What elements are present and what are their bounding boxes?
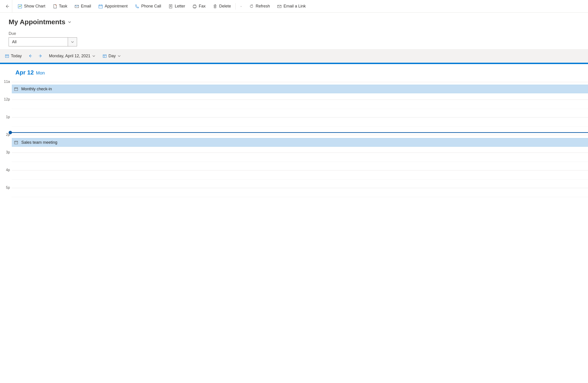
svg-rect-8 <box>15 88 18 91</box>
view-title-text: My Appointments <box>9 18 65 26</box>
svg-rect-7 <box>103 55 106 58</box>
calendar-grid[interactable]: 11a12p1p2p3p4p5pMonthly check-inSales te… <box>0 82 588 206</box>
arrow-right-icon <box>38 54 42 58</box>
phone-icon <box>135 4 139 9</box>
refresh-label: Refresh <box>256 4 270 9</box>
hour-label: 12p <box>0 97 12 117</box>
svg-rect-0 <box>18 4 22 8</box>
calendar-event[interactable]: Sales team meeting <box>12 138 588 147</box>
view-mode-button[interactable]: Day <box>100 51 124 60</box>
current-time-indicator <box>10 132 588 133</box>
refresh-icon <box>249 4 254 9</box>
refresh-button[interactable]: Refresh <box>246 0 273 12</box>
calendar-icon <box>98 4 103 9</box>
hour-label: 2p <box>0 133 12 153</box>
chevron-down-icon <box>71 40 74 43</box>
calendar-toolbar: Today Monday, April 12, 2021 Day <box>0 49 588 63</box>
fax-icon <box>192 4 197 9</box>
hour-label: 11a <box>0 80 12 100</box>
view-mode-label: Day <box>108 54 116 58</box>
task-icon <box>53 4 57 9</box>
chevron-down-icon <box>240 5 242 8</box>
email-label: Email <box>81 4 91 9</box>
due-filter-value: All <box>9 38 68 46</box>
email-icon <box>75 4 79 9</box>
chevron-down-icon <box>68 20 71 24</box>
svg-rect-4 <box>193 6 196 7</box>
today-label: Today <box>11 54 22 58</box>
hour-row[interactable]: 3p <box>0 153 588 170</box>
chart-icon <box>18 4 22 9</box>
chevron-down-icon <box>92 54 95 57</box>
hour-cell[interactable] <box>12 100 588 117</box>
overflow-button[interactable] <box>237 0 245 12</box>
svg-rect-2 <box>99 5 103 8</box>
prev-button[interactable] <box>26 51 35 60</box>
view-header: My Appointments Due All <box>0 13 588 49</box>
appointment-label: Appointment <box>105 4 127 9</box>
calendar-icon <box>14 140 18 144</box>
letter-button[interactable]: Letter <box>165 0 188 12</box>
hour-label: 3p <box>0 150 12 170</box>
trash-icon <box>213 4 217 9</box>
toolbar-divider <box>235 3 236 10</box>
hour-cell[interactable] <box>12 153 588 170</box>
task-label: Task <box>59 4 67 9</box>
chevron-down-icon <box>118 54 121 57</box>
view-title-dropdown[interactable]: My Appointments <box>9 18 71 26</box>
hour-cell[interactable] <box>12 188 588 206</box>
hour-row[interactable]: 12p <box>0 100 588 117</box>
day-header[interactable]: Apr 12 Mon <box>0 64 588 82</box>
hour-label: 4p <box>0 168 12 188</box>
calendar-view-icon <box>103 54 107 58</box>
event-title: Sales team meeting <box>21 140 57 145</box>
letter-label: Letter <box>175 4 185 9</box>
svg-rect-3 <box>169 4 172 8</box>
email-link-label: Email a Link <box>283 4 306 9</box>
task-button[interactable]: Task <box>49 0 70 12</box>
calendar-view: Apr 12 Mon 11a12p1p2p3p4p5pMonthly check… <box>0 63 588 206</box>
delete-button[interactable]: Delete <box>210 0 234 12</box>
email-button[interactable]: Email <box>71 0 94 12</box>
date-picker-button[interactable]: Monday, April 12, 2021 <box>46 51 99 60</box>
today-button[interactable]: Today <box>2 51 25 60</box>
phone-call-label: Phone Call <box>141 4 161 9</box>
fax-label: Fax <box>199 4 206 9</box>
next-button[interactable] <box>36 51 45 60</box>
hour-cell[interactable] <box>12 170 588 188</box>
calendar-today-icon <box>5 54 9 58</box>
due-filter-caret[interactable] <box>68 38 77 46</box>
day-of-week: Mon <box>36 70 45 75</box>
email-link-icon <box>277 4 282 9</box>
fax-button[interactable]: Fax <box>189 0 209 12</box>
email-link-button[interactable]: Email a Link <box>274 0 309 12</box>
due-filter-label: Due <box>9 31 579 36</box>
appointment-button[interactable]: Appointment <box>95 0 131 12</box>
delete-label: Delete <box>219 4 231 9</box>
day-date: Apr 12 <box>15 69 34 76</box>
phone-call-button[interactable]: Phone Call <box>132 0 164 12</box>
hour-label: 5p <box>0 186 12 206</box>
calendar-icon <box>14 87 18 91</box>
calendar-event[interactable]: Monthly check-in <box>12 85 588 93</box>
letter-icon <box>168 4 173 9</box>
hour-row[interactable]: 4p <box>0 170 588 188</box>
due-filter-select[interactable]: All <box>9 37 77 46</box>
hour-row[interactable]: 5p <box>0 188 588 206</box>
event-title: Monthly check-in <box>21 87 52 92</box>
svg-rect-9 <box>15 141 18 144</box>
current-date-label: Monday, April 12, 2021 <box>49 54 90 58</box>
show-chart-button[interactable]: Show Chart <box>15 0 48 12</box>
show-chart-label: Show Chart <box>24 4 45 9</box>
command-bar: Show Chart Task Email Appointment Phone … <box>0 0 588 13</box>
arrow-left-icon <box>5 4 10 9</box>
back-button[interactable] <box>2 0 12 12</box>
current-time-dot <box>9 131 12 134</box>
arrow-left-icon <box>28 54 32 58</box>
